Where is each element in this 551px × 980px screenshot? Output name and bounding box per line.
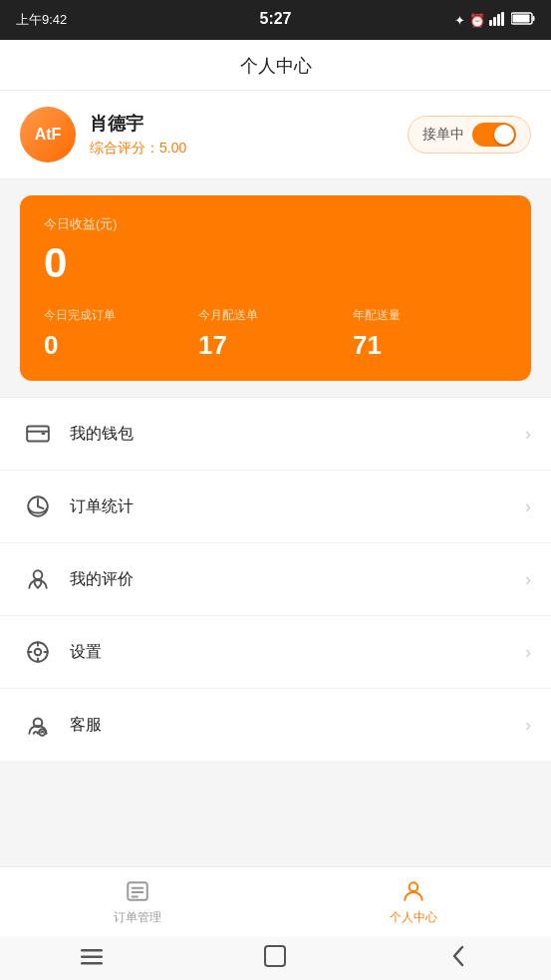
menu-item-reviews[interactable]: 我的评价 › xyxy=(0,543,551,616)
svg-rect-7 xyxy=(27,426,49,441)
settings-arrow: › xyxy=(525,642,531,663)
svg-rect-5 xyxy=(533,16,535,21)
today-earnings-label: 今日收益(元) xyxy=(44,215,507,233)
tab-orders-management[interactable]: 订单管理 xyxy=(0,877,276,926)
today-orders-label: 今日完成订单 xyxy=(44,307,198,324)
stats-card: 今日收益(元) 0 今日完成订单 0 今月配送单 17 年配送量 71 xyxy=(20,195,531,381)
alarm-icon: ⏰ xyxy=(469,13,485,28)
wallet-arrow: › xyxy=(525,424,531,445)
svg-rect-6 xyxy=(513,15,530,23)
status-toggle[interactable]: 接单中 xyxy=(408,116,531,154)
page-title: 个人中心 xyxy=(240,56,312,76)
tab-profile[interactable]: 个人中心 xyxy=(276,877,552,926)
today-orders-value: 0 xyxy=(44,330,198,361)
year-delivery-col: 年配送量 71 xyxy=(353,307,507,361)
status-time-center: 5:27 xyxy=(259,10,291,28)
svg-rect-26 xyxy=(265,946,285,966)
wallet-label: 我的钱包 xyxy=(70,424,525,445)
orders-management-label: 订单管理 xyxy=(114,909,161,926)
settings-label: 设置 xyxy=(70,642,525,663)
support-arrow: › xyxy=(525,715,531,736)
support-icon xyxy=(20,707,56,743)
svg-point-9 xyxy=(34,570,43,579)
support-label: 客服 xyxy=(70,715,525,736)
menu-item-wallet[interactable]: 我的钱包 › xyxy=(0,398,551,471)
reviews-arrow: › xyxy=(525,569,531,590)
svg-rect-0 xyxy=(489,20,492,26)
wallet-icon xyxy=(20,416,56,452)
status-icons: ✦ ⏰ xyxy=(454,12,535,29)
svg-point-10 xyxy=(35,649,42,656)
status-toggle-label: 接单中 xyxy=(422,126,464,144)
year-delivery-label: 年配送量 xyxy=(353,307,507,324)
svg-rect-24 xyxy=(81,955,103,958)
profile-name: 肖德宇 xyxy=(90,112,186,136)
bluetooth-icon: ✦ xyxy=(454,13,465,28)
svg-rect-23 xyxy=(81,949,103,952)
profile-tab-label: 个人中心 xyxy=(390,909,437,926)
month-delivery-col: 今月配送单 17 xyxy=(198,307,353,361)
reviews-icon xyxy=(20,561,56,597)
stats-row: 今日完成订单 0 今月配送单 17 年配送量 71 xyxy=(44,307,507,361)
orders-stats-label: 订单统计 xyxy=(70,496,525,517)
orders-arrow: › xyxy=(525,496,531,517)
nav-bar xyxy=(0,936,551,980)
signal-icon xyxy=(489,12,507,29)
orders-stats-icon xyxy=(20,489,56,524)
status-time-left: 上午9:42 xyxy=(16,11,67,29)
tab-bar: 订单管理 个人中心 xyxy=(0,866,551,936)
toggle-switch[interactable] xyxy=(472,123,516,147)
profile-rating: 综合评分：5.00 xyxy=(90,140,186,158)
status-bar: 上午9:42 5:27 ✦ ⏰ xyxy=(0,0,551,40)
svg-rect-1 xyxy=(493,17,496,26)
svg-rect-25 xyxy=(81,962,103,965)
menu-section: 我的钱包 › 订单统计 › 我的评价 › xyxy=(0,397,551,761)
today-earnings-value: 0 xyxy=(44,239,507,287)
svg-point-22 xyxy=(409,882,417,891)
today-orders-col: 今日完成订单 0 xyxy=(44,307,198,361)
page-header: 个人中心 xyxy=(0,40,551,91)
settings-icon xyxy=(20,634,56,670)
menu-item-support[interactable]: 客服 › xyxy=(0,689,551,761)
svg-rect-3 xyxy=(501,12,504,26)
month-delivery-label: 今月配送单 xyxy=(198,307,353,324)
avatar: AtF xyxy=(20,107,76,163)
menu-item-settings[interactable]: 设置 › xyxy=(0,616,551,689)
month-delivery-value: 17 xyxy=(198,330,353,361)
profile-tab-icon xyxy=(400,877,427,905)
nav-menu-button[interactable] xyxy=(62,947,122,970)
orders-management-icon xyxy=(124,877,151,905)
battery-icon xyxy=(511,12,535,28)
menu-item-orders[interactable]: 订单统计 › xyxy=(0,471,551,543)
nav-back-button[interactable] xyxy=(429,945,489,972)
profile-section: AtF 肖德宇 综合评分：5.00 接单中 xyxy=(0,91,551,179)
year-delivery-value: 71 xyxy=(353,330,507,361)
svg-rect-2 xyxy=(497,14,500,26)
reviews-label: 我的评价 xyxy=(70,569,525,590)
nav-home-button[interactable] xyxy=(245,945,305,972)
toggle-knob xyxy=(494,125,514,145)
